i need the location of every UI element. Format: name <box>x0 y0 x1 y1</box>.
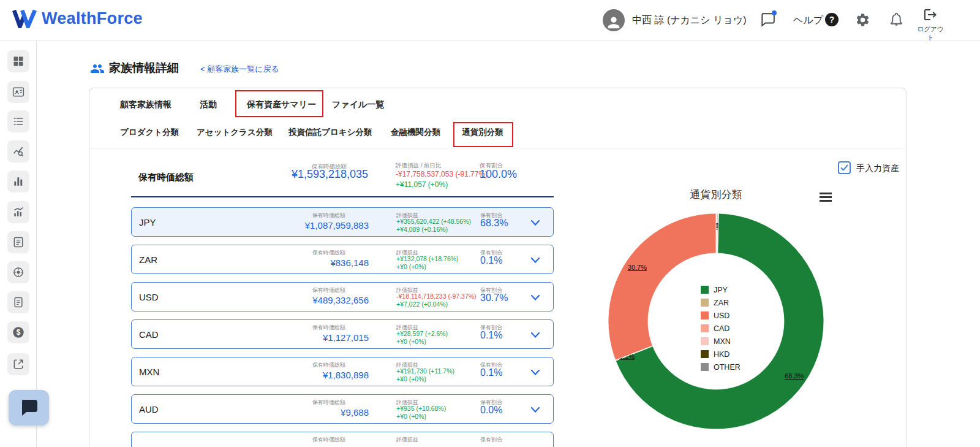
currency-code: CAD <box>139 320 159 350</box>
legend-swatch <box>701 324 709 332</box>
row-ratio-value: 0.1% <box>480 367 502 378</box>
legend-item-zar[interactable]: ZAR <box>701 296 741 309</box>
sidebar-item-currency[interactable]: $ <box>7 321 29 343</box>
col-label-pl: 評価損益 <box>396 436 418 444</box>
subtab-institution[interactable]: 金融機関分類 <box>391 127 440 138</box>
sidebar-item-dashboard[interactable] <box>7 50 29 72</box>
row-pl-main: +¥132,078 (+18.76%) <box>396 255 459 262</box>
tab-activity[interactable]: 活動 <box>200 99 217 110</box>
summary-pl-prev: +¥11,057 (+0%) <box>396 180 448 189</box>
person-icon <box>605 14 622 31</box>
chevron-down-icon[interactable] <box>531 295 540 300</box>
subtab-fund-proxy[interactable]: 投資信託プロキシ分類 <box>288 127 372 138</box>
row-pl-main: +¥935 (+10.68%) <box>396 405 446 412</box>
logout-button[interactable]: ログアウト <box>914 7 946 42</box>
currency-row-partial[interactable]: 保有時価総額 評価損益 保有割合 <box>131 432 554 447</box>
row-pl-prev: +¥0 (+0%) <box>396 338 426 345</box>
currency-row-usd[interactable]: USD 保有時価総額 ¥489,332,656 評価損益 -¥18,114,71… <box>131 282 554 311</box>
sidebar-item-chart-search[interactable] <box>7 140 29 162</box>
sidebar-item-bar-chart[interactable] <box>7 170 29 193</box>
slice-percent-label: 68.3% <box>785 372 804 380</box>
col-label-total: 保有時価総額 <box>312 286 345 294</box>
legend-swatch <box>701 311 709 319</box>
legend-item-cad[interactable]: CAD <box>701 322 741 335</box>
check-icon <box>840 164 848 171</box>
tab-file-list[interactable]: ファイル一覧 <box>332 99 384 110</box>
sidebar-item-contacts[interactable] <box>7 81 29 103</box>
legend-label: MXN <box>714 337 731 346</box>
chevron-down-icon[interactable] <box>531 258 540 263</box>
chevron-down-icon[interactable] <box>531 332 540 338</box>
notifications-button[interactable] <box>889 12 904 29</box>
back-to-family-list-link[interactable]: < 顧客家族一覧に戻る <box>200 64 279 75</box>
sidebar-item-export[interactable] <box>7 353 29 375</box>
notification-dot <box>772 10 777 15</box>
chart-menu-icon[interactable] <box>820 193 832 204</box>
sidebar-item-analytics[interactable] <box>7 201 29 223</box>
row-pl-prev: +¥0 (+0%) <box>396 375 426 383</box>
brand-wealth: Wealth <box>42 9 97 28</box>
help-question-icon[interactable]: ? <box>825 13 839 26</box>
legend-label: HKD <box>714 350 729 359</box>
messages-button[interactable] <box>760 12 775 30</box>
avatar[interactable] <box>603 9 625 31</box>
subtab-currency[interactable]: 通貨別分類 <box>462 127 503 138</box>
logout-icon <box>923 7 938 22</box>
sidebar-item-list[interactable] <box>7 110 29 132</box>
dollar-icon: $ <box>12 326 25 339</box>
currency-code: MXN <box>139 357 159 387</box>
legend-swatch <box>701 363 709 371</box>
legend-item-hkd[interactable]: HKD <box>701 348 741 361</box>
sidebar-item-media[interactable] <box>7 261 29 283</box>
currency-row-jpy[interactable]: JPY 保有時価総額 ¥1,087,959,883 評価損益 +¥355,620… <box>131 207 554 237</box>
sidebar-item-form[interactable] <box>7 231 29 253</box>
user-name[interactable]: 中西 諒 (ナカニシ リョウ) <box>632 14 747 27</box>
chat-widget-launcher[interactable] <box>9 390 49 426</box>
svg-text:$: $ <box>17 328 21 337</box>
legend-item-jpy[interactable]: JPY <box>701 283 741 296</box>
summary-underline <box>131 196 554 197</box>
subtab-asset-class[interactable]: アセットクラス分類 <box>197 127 273 138</box>
summary-ratio-value: 100.0% <box>480 168 517 181</box>
settings-button[interactable] <box>855 12 870 30</box>
topbar: WealthForce 中西 諒 (ナカニシ リョウ) ヘルプ ? <box>0 0 980 40</box>
chart-legend: JPY ZAR USD CAD MXN HKD OTHER <box>701 283 741 373</box>
row-pl-main: +¥355,620,422 (+48.56%) <box>396 218 471 225</box>
export-icon <box>12 358 24 370</box>
legend-item-usd[interactable]: USD <box>701 309 741 322</box>
legend-label: JPY <box>714 286 728 294</box>
chevron-down-icon[interactable] <box>531 220 540 226</box>
currency-row-cad[interactable]: CAD 保有時価総額 ¥1,127,015 評価損益 +¥28,597 (+2.… <box>131 319 554 349</box>
analytics-chart-icon <box>12 206 24 218</box>
summary-pl-label: 評価損益 / 前日比 <box>396 162 441 170</box>
chevron-down-icon[interactable] <box>531 407 540 413</box>
chevron-down-icon[interactable] <box>531 370 540 375</box>
brand-w-icon <box>12 9 37 28</box>
tab-asset-summary[interactable]: 保有資産サマリー <box>247 99 316 110</box>
legend-item-mxn[interactable]: MXN <box>701 335 741 348</box>
currency-code: USD <box>139 283 159 312</box>
form-icon <box>12 236 24 248</box>
currency-row-aud[interactable]: AUD 保有時価総額 ¥9,688 評価損益 +¥935 (+10.68%) +… <box>131 394 554 424</box>
row-pl-main: +¥191,730 (+11.7%) <box>396 367 454 375</box>
page-title: 家族情報詳細 <box>109 60 179 76</box>
currency-code: ZAR <box>139 245 157 275</box>
currency-row-mxn[interactable]: MXN 保有時価総額 ¥1,830,898 評価損益 +¥191,730 (+1… <box>131 357 554 386</box>
row-total-value: ¥1,127,015 <box>273 332 369 343</box>
legend-label: ZAR <box>714 299 729 307</box>
brand-force: Force <box>97 9 143 28</box>
currency-row-zar[interactable]: ZAR 保有時価総額 ¥836,148 評価損益 +¥132,078 (+18.… <box>131 245 554 274</box>
slice-percent-label: 30.7% <box>628 264 647 271</box>
manual-asset-checkbox[interactable] <box>838 161 851 174</box>
sidebar-item-notes[interactable] <box>7 291 29 313</box>
manual-asset-label: 手入力資産 <box>856 163 899 174</box>
help-link[interactable]: ヘルプ <box>793 14 823 27</box>
row-pl-prev: +¥4,089 (+0.16%) <box>396 226 448 233</box>
legend-item-other[interactable]: OTHER <box>701 361 741 373</box>
donut-slice-usd[interactable] <box>608 213 716 360</box>
row-total-value: ¥489,332,656 <box>273 295 369 305</box>
subtab-product[interactable]: プロダクト分類 <box>120 127 179 138</box>
tab-customer-family-info[interactable]: 顧客家族情報 <box>120 99 172 110</box>
brand-logo[interactable]: WealthForce <box>12 9 143 28</box>
bar-chart-icon <box>12 175 24 188</box>
